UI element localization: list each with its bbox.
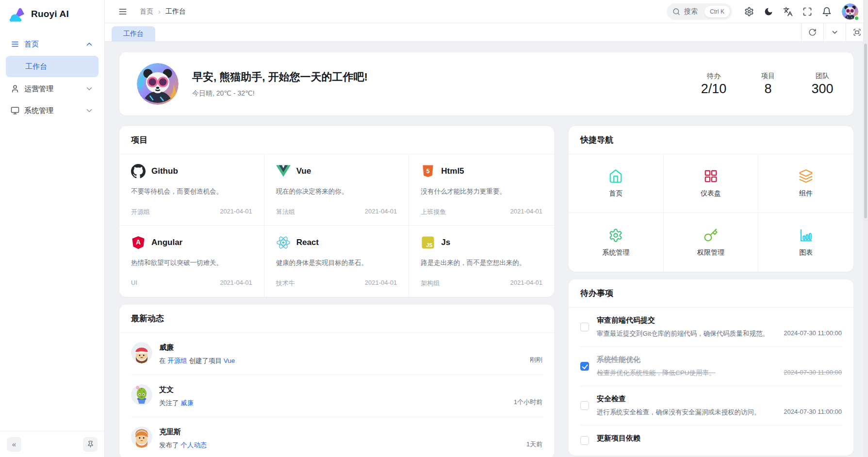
- news-time: 刚刚: [530, 356, 542, 365]
- quick-nav-charts[interactable]: 图表: [758, 213, 853, 272]
- news-user-name: 威廉: [159, 343, 235, 352]
- todo-checkbox-checked[interactable]: [580, 362, 589, 371]
- sidebar-item-home[interactable]: 首页: [6, 34, 98, 54]
- scrollbar-thumb[interactable]: [864, 44, 867, 218]
- todo-checkbox[interactable]: [580, 436, 589, 445]
- todo-desc: 进行系统安全检查，确保没有安全漏洞或未授权的访问。: [597, 408, 761, 417]
- news-item: 威廉 在 开源组 创建了项目 Vue 刚刚: [131, 333, 542, 375]
- chevron-down-icon[interactable]: [823, 23, 846, 41]
- pin-icon[interactable]: [83, 437, 98, 452]
- evan-avatar: [131, 384, 152, 406]
- user-avatar[interactable]: [842, 3, 858, 20]
- projects-title: 项目: [119, 126, 554, 154]
- news-link[interactable]: Vue: [224, 357, 235, 364]
- todo-desc: 审查最近提交到Git仓库的前端代码，确保代码质量和规范。: [597, 329, 769, 338]
- news-time: 1天前: [526, 440, 542, 450]
- news-link[interactable]: 威廉: [180, 399, 194, 407]
- quick-nav-components[interactable]: 组件: [758, 154, 853, 213]
- refresh-icon[interactable]: [801, 23, 823, 41]
- hamburger-icon[interactable]: [115, 3, 131, 20]
- quick-nav-dashboard[interactable]: 仪表盘: [664, 154, 759, 213]
- vue-icon: [276, 164, 291, 179]
- stat-projects: 项目 8: [754, 72, 782, 97]
- chris-avatar: [131, 426, 152, 448]
- project-card-vue[interactable]: Vue 现在的你决定将来的你。 算法组2021-04-01: [264, 154, 409, 226]
- layers-icon: [799, 169, 813, 183]
- search-input[interactable]: 搜索 Ctrl K: [667, 3, 732, 20]
- chevron-down-icon: [85, 106, 94, 115]
- sidebar: Ruoyi AI 首页 工作台 运营管理: [0, 0, 105, 457]
- settings-icon[interactable]: [741, 3, 757, 20]
- github-icon: [131, 164, 146, 179]
- languages-icon[interactable]: [780, 3, 796, 20]
- search-placeholder: 搜索: [684, 7, 698, 16]
- quick-nav-system[interactable]: 系统管理: [569, 213, 664, 272]
- news-item: 克里斯 发布了 个人动态 1天前: [131, 417, 542, 457]
- monitor-icon: [11, 106, 19, 115]
- app-root: Ruoyi AI 首页 工作台 运营管理: [0, 0, 868, 457]
- gear-icon: [608, 228, 623, 243]
- topbar: 首页 › 工作台 搜索 Ctrl K: [105, 0, 868, 23]
- breadcrumb-current[interactable]: 工作台: [165, 7, 186, 16]
- projects-card: 项目 Github 不要等待机会，而要创造机会。 开源组2021-04-01: [119, 126, 554, 297]
- todo-date: 2024-07-30 11:00:00: [784, 369, 842, 377]
- stat-todo: 待办 2/10: [700, 72, 727, 97]
- project-card-js[interactable]: JS Js 路是走出来的，而不是空想出来的。 架构组2021-04-01: [409, 226, 554, 297]
- project-card-react[interactable]: React 健康的身体是实现目标的基石。 技术牛2021-04-01: [264, 226, 409, 297]
- todo-title: 安全检查: [597, 394, 842, 404]
- todo-title: 系统性能优化: [597, 355, 842, 364]
- sidebar-item-label: 系统管理: [24, 106, 53, 115]
- breadcrumb-separator: ›: [158, 7, 161, 16]
- project-card-github[interactable]: Github 不要等待机会，而要创造机会。 开源组2021-04-01: [119, 154, 264, 226]
- moon-icon[interactable]: [760, 3, 777, 20]
- scrollbar[interactable]: [863, 0, 868, 457]
- todo-title: 审查前端代码提交: [597, 316, 842, 325]
- sidebar-item-system[interactable]: 系统管理: [6, 100, 98, 121]
- news-link[interactable]: 个人动态: [180, 441, 207, 449]
- todos-card: 待办事项 审查前端代码提交 审查最近提交到Git仓库的前端代码，确保代码质量和规…: [569, 279, 853, 456]
- quick-nav-home[interactable]: 首页: [569, 154, 664, 213]
- breadcrumb-home[interactable]: 首页: [140, 7, 153, 16]
- logo[interactable]: Ruoyi AI: [0, 0, 104, 28]
- tab-workbench[interactable]: 工作台: [112, 26, 155, 41]
- breadcrumb: 首页 › 工作台: [140, 7, 186, 16]
- sidebar-item-workbench[interactable]: 工作台: [6, 56, 98, 77]
- news-time: 1个小时前: [514, 398, 542, 408]
- welcome-card: 早安, 熊猫助手, 开始您一天的工作吧! 今日晴, 20℃ - 32℃! 待办 …: [119, 52, 853, 115]
- fullscreen-icon[interactable]: [799, 3, 816, 20]
- panda-avatar: [137, 63, 179, 105]
- todo-checkbox[interactable]: [580, 401, 589, 410]
- news-title: 最新动态: [119, 305, 554, 333]
- react-icon: [276, 235, 291, 250]
- online-status-dot: [854, 16, 859, 21]
- collapse-sidebar-button[interactable]: «: [7, 437, 21, 452]
- svg-text:5: 5: [426, 168, 430, 175]
- project-card-angular[interactable]: A Angular 热情和欲望可以突破一切难关。 UI2021-04-01: [119, 226, 264, 297]
- content: 早安, 熊猫助手, 开始您一天的工作吧! 今日晴, 20℃ - 32℃! 待办 …: [105, 42, 868, 457]
- html5-icon: 5: [421, 164, 435, 179]
- app-name: Ruoyi AI: [31, 9, 69, 19]
- welcome-title: 早安, 熊猫助手, 开始您一天的工作吧!: [192, 70, 368, 84]
- todos-title: 待办事项: [569, 279, 853, 308]
- bell-icon[interactable]: [819, 3, 835, 20]
- todo-item: 安全检查 进行系统安全检查，确保没有安全漏洞或未授权的访问。2024-07-30…: [580, 386, 842, 425]
- quick-nav-card: 快捷导航 首页: [569, 126, 853, 272]
- sidebar-item-operations[interactable]: 运营管理: [6, 79, 98, 99]
- news-link[interactable]: 开源组: [167, 357, 187, 364]
- search-icon: [672, 8, 680, 16]
- search-shortcut-badge: Ctrl K: [704, 6, 730, 17]
- angular-icon: A: [131, 235, 146, 250]
- news-user-name: 艾文: [159, 385, 194, 394]
- sidebar-item-label: 首页: [24, 40, 39, 49]
- todo-desc: 检查并优化系统性能，降低CPU使用率。: [597, 369, 716, 377]
- todo-date: 2024-07-30 11:00:00: [784, 408, 842, 417]
- logo-icon: [9, 5, 26, 23]
- tabbar: 工作台: [105, 23, 868, 42]
- todo-checkbox[interactable]: [580, 323, 589, 331]
- sidebar-footer: «: [0, 431, 104, 457]
- dashboard-icon: [704, 169, 718, 183]
- svg-text:A: A: [136, 239, 141, 246]
- chevron-down-icon: [85, 84, 94, 93]
- quick-nav-permissions[interactable]: 权限管理: [664, 213, 759, 272]
- project-card-html5[interactable]: 5 Html5 没有什么才能比努力更重要。 上班摸鱼2021-04-01: [409, 154, 554, 226]
